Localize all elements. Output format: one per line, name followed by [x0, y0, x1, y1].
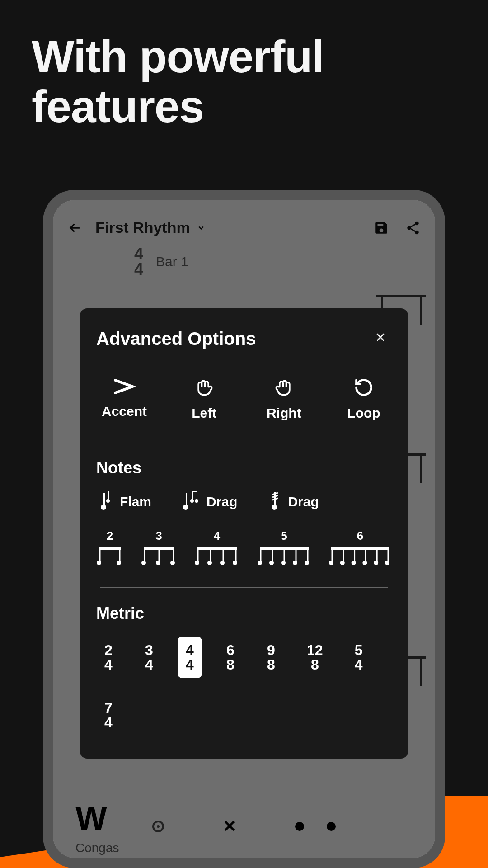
metric-bottom: 8: [311, 657, 319, 672]
option-label: Right: [267, 406, 301, 421]
metric-top: 3: [145, 643, 153, 657]
svg-rect-3: [103, 493, 105, 506]
metric-9-8[interactable]: 98: [259, 637, 283, 678]
tuplet-number: 2: [107, 529, 113, 543]
svg-rect-31: [210, 548, 211, 562]
tuplet-number: 5: [281, 529, 287, 543]
hand-right-icon: [274, 377, 294, 399]
svg-rect-49: [332, 548, 333, 562]
tuplet-number: 6: [357, 529, 363, 543]
option-right[interactable]: Right: [261, 377, 306, 421]
svg-rect-22: [144, 548, 145, 562]
metric-section-title: Metric: [96, 604, 392, 623]
metric-bottom: 4: [186, 657, 194, 672]
option-label: Loop: [347, 406, 380, 421]
metric-12-8[interactable]: 128: [300, 637, 330, 678]
svg-point-23: [141, 561, 146, 565]
phone-frame: First Rhythm 4 4 Bar 1: [43, 190, 445, 868]
svg-rect-51: [343, 548, 344, 562]
metric-2-4[interactable]: 24: [96, 637, 121, 678]
svg-point-56: [362, 561, 367, 565]
svg-point-4: [101, 505, 106, 510]
svg-point-54: [352, 561, 356, 565]
metric-6-8[interactable]: 68: [218, 637, 243, 678]
svg-rect-7: [186, 493, 187, 506]
svg-point-15: [272, 505, 277, 510]
svg-rect-26: [173, 548, 174, 562]
svg-point-25: [156, 561, 160, 565]
accent-icon: [113, 377, 136, 397]
svg-rect-29: [197, 548, 199, 562]
svg-point-10: [190, 499, 194, 503]
metric-top: 12: [307, 643, 323, 657]
metric-bottom: 8: [267, 657, 275, 672]
metric-bottom: 4: [145, 657, 153, 672]
svg-point-43: [281, 561, 286, 565]
headline: With powerful features: [0, 0, 488, 131]
rudiment-drag-2[interactable]: Drag: [269, 491, 319, 513]
svg-rect-40: [272, 548, 273, 562]
svg-rect-38: [260, 548, 261, 562]
metric-3-4[interactable]: 34: [137, 637, 161, 678]
rudiment-flam[interactable]: Flam: [99, 491, 151, 513]
metric-top: 2: [104, 643, 113, 657]
svg-point-45: [293, 561, 297, 565]
metric-bottom: 8: [226, 657, 235, 672]
svg-rect-28: [197, 547, 237, 550]
svg-point-8: [183, 505, 188, 510]
option-left[interactable]: Left: [182, 377, 227, 421]
tuplet-2[interactable]: 2: [96, 529, 123, 566]
advanced-options-modal: Advanced Options Accent Left: [80, 308, 408, 759]
metric-top: 4: [186, 643, 194, 657]
option-label: Accent: [102, 404, 147, 419]
tuplet-4[interactable]: 4: [194, 529, 239, 566]
svg-point-41: [269, 561, 274, 565]
svg-rect-46: [307, 548, 308, 562]
svg-rect-57: [376, 548, 378, 562]
drag-icon-1: [183, 491, 200, 513]
phone-screen: First Rhythm 4 4 Bar 1: [53, 200, 435, 858]
svg-rect-33: [223, 548, 224, 562]
metric-7-4[interactable]: 74: [96, 694, 121, 736]
svg-rect-59: [388, 548, 389, 562]
metric-top: 9: [267, 643, 275, 657]
rudiment-label: Drag: [206, 494, 237, 509]
svg-rect-53: [354, 548, 355, 562]
rudiment-drag-1[interactable]: Drag: [183, 491, 237, 513]
svg-rect-55: [365, 548, 366, 562]
metric-4-4[interactable]: 44: [178, 637, 202, 678]
close-button[interactable]: [369, 327, 392, 350]
option-loop[interactable]: Loop: [341, 377, 386, 421]
tuplet-5[interactable]: 5: [257, 529, 311, 566]
option-label: Left: [192, 406, 216, 421]
svg-point-32: [207, 561, 212, 565]
metric-top: 5: [355, 643, 363, 657]
svg-rect-44: [295, 548, 296, 562]
rudiment-label: Drag: [288, 494, 319, 509]
svg-point-50: [329, 561, 333, 565]
metric-bottom: 4: [355, 657, 363, 672]
loop-icon: [354, 377, 374, 399]
divider: [100, 587, 388, 588]
svg-rect-16: [99, 547, 121, 550]
notes-section-title: Notes: [96, 458, 392, 477]
metric-row: 24344468981285474: [96, 637, 392, 736]
svg-point-6: [106, 499, 110, 503]
option-accent[interactable]: Accent: [102, 377, 147, 421]
svg-rect-35: [235, 548, 237, 562]
tuplet-3[interactable]: 3: [141, 529, 177, 566]
svg-point-34: [220, 561, 225, 565]
flam-icon: [99, 491, 113, 513]
modal-title: Advanced Options: [96, 329, 256, 349]
metric-5-4[interactable]: 54: [347, 637, 371, 678]
metric-top: 6: [226, 643, 235, 657]
svg-rect-5: [108, 491, 109, 500]
svg-point-18: [97, 561, 101, 565]
svg-point-27: [170, 561, 175, 565]
svg-point-20: [117, 561, 121, 565]
svg-point-12: [195, 499, 198, 503]
svg-rect-17: [99, 548, 101, 562]
tuplet-6[interactable]: 6: [328, 529, 392, 566]
hand-left-icon: [194, 377, 214, 399]
svg-point-52: [340, 561, 345, 565]
